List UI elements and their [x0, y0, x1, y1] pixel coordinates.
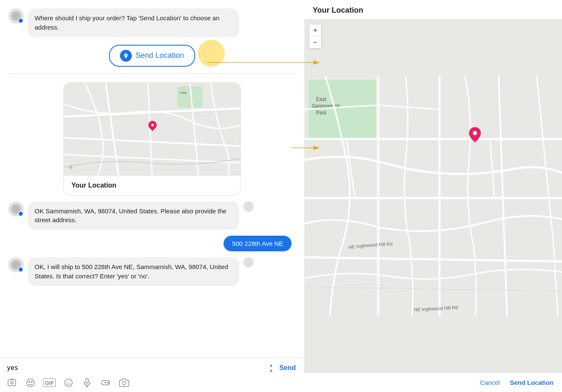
game-icon[interactable]: [100, 377, 112, 389]
svg-rect-10: [8, 380, 16, 386]
map-pin-large: [469, 127, 481, 144]
svg-point-46: [473, 131, 477, 135]
pin-dot: [151, 124, 154, 126]
divider: [8, 74, 296, 74]
bot-avatar-3: [8, 257, 24, 272]
zoom-in-button[interactable]: +: [309, 24, 321, 36]
yellow-highlight: [198, 40, 225, 67]
input-row: yes ▲ ▼ Send: [5, 362, 299, 374]
emoji-icon[interactable]: [63, 377, 74, 389]
map-card: Park: [63, 82, 241, 196]
map-header: Your Location: [304, 0, 562, 19]
camera-icon[interactable]: [118, 377, 130, 389]
svg-text:Park: Park: [316, 110, 327, 116]
map-full: East Sammamish Park NE Inglewood Hil: [304, 19, 562, 373]
bot-avatar: [8, 8, 24, 24]
svg-point-24: [107, 382, 108, 383]
svg-point-11: [11, 381, 13, 384]
bot-message-text: Where should I ship your order? Tap 'Sen…: [35, 14, 219, 31]
chat-messages: Where should I ship your order? Tap 'Sen…: [0, 0, 304, 358]
svg-point-14: [31, 381, 32, 382]
bot-avatar-2: [8, 201, 24, 217]
bot-bubble-3: OK, I will ship to 500 228th Ave NE, Sam…: [28, 257, 239, 286]
pin-head: [147, 119, 158, 131]
map-caption: Your Location: [64, 176, 240, 195]
map-thumbnail: Park: [64, 83, 240, 176]
send-location-map-button[interactable]: Send Location: [510, 379, 554, 386]
map-pin-thumbnail: [148, 121, 157, 129]
svg-point-26: [123, 381, 126, 385]
map-panel: Your Location East Sammamish Park: [304, 0, 562, 392]
send-location-row: Send Location: [8, 43, 296, 68]
cancel-button[interactable]: Cancel: [480, 379, 500, 386]
small-avatar: [243, 201, 254, 212]
bot-bubble: Where should I ship your order? Tap 'Sen…: [28, 8, 239, 37]
bot-message-text-2: OK Sammamish, WA, 98074, United States. …: [35, 207, 226, 224]
svg-point-12: [27, 379, 34, 387]
mic-icon[interactable]: [81, 377, 93, 389]
send-location-button[interactable]: Send Location: [109, 45, 195, 67]
scroll-down-arrow[interactable]: ▼: [269, 368, 273, 373]
toolbar-row: GIF: [5, 374, 299, 390]
scroll-up-arrow[interactable]: ▲: [269, 362, 273, 368]
location-icon: [120, 50, 132, 62]
svg-rect-18: [86, 378, 88, 383]
bot-message-row-2: OK Sammamish, WA, 98074, United States. …: [8, 201, 296, 230]
map-footer: Cancel Send Location: [304, 373, 562, 392]
svg-point-13: [29, 381, 30, 382]
bot-message-text-3: OK, I will ship to 500 228th Ave NE, Sam…: [35, 263, 228, 280]
zoom-out-button[interactable]: −: [309, 36, 321, 48]
map-title: Your Location: [313, 6, 363, 14]
decorative-icon: ✈: [68, 163, 74, 172]
send-location-label: Send Location: [135, 51, 184, 60]
input-scrollbar: ▲ ▼: [269, 362, 274, 373]
gif-icon[interactable]: GIF: [43, 378, 56, 387]
avatar-inner-2: [11, 204, 21, 214]
bot-bubble-2: OK Sammamish, WA, 98074, United States. …: [28, 201, 239, 230]
photo-icon[interactable]: [6, 377, 18, 389]
send-button[interactable]: Send: [276, 362, 299, 373]
chat-input[interactable]: yes: [5, 362, 267, 374]
chat-panel: Where should I ship your order? Tap 'Sen…: [0, 0, 304, 392]
svg-point-15: [65, 379, 72, 387]
face-icon[interactable]: [25, 377, 36, 389]
svg-text:East: East: [316, 96, 327, 102]
bot-message-row-3: OK, I will ship to 500 228th Ave NE, Sam…: [8, 257, 296, 286]
small-avatar-2: [243, 257, 254, 267]
svg-text:Park: Park: [180, 91, 187, 95]
zoom-controls: + −: [309, 24, 321, 48]
user-message-text: 500 228th Ave NE: [232, 240, 283, 247]
svg-rect-28: [308, 80, 376, 139]
avatar-inner: [11, 11, 21, 21]
user-message-row: 500 228th Ave NE: [8, 236, 296, 251]
avatar-inner-3: [11, 260, 21, 270]
svg-point-25: [108, 383, 109, 384]
bot-message-row: Where should I ship your order? Tap 'Sen…: [8, 8, 296, 37]
user-bubble: 500 228th Ave NE: [224, 236, 292, 251]
input-area: yes ▲ ▼ Send: [0, 358, 304, 392]
